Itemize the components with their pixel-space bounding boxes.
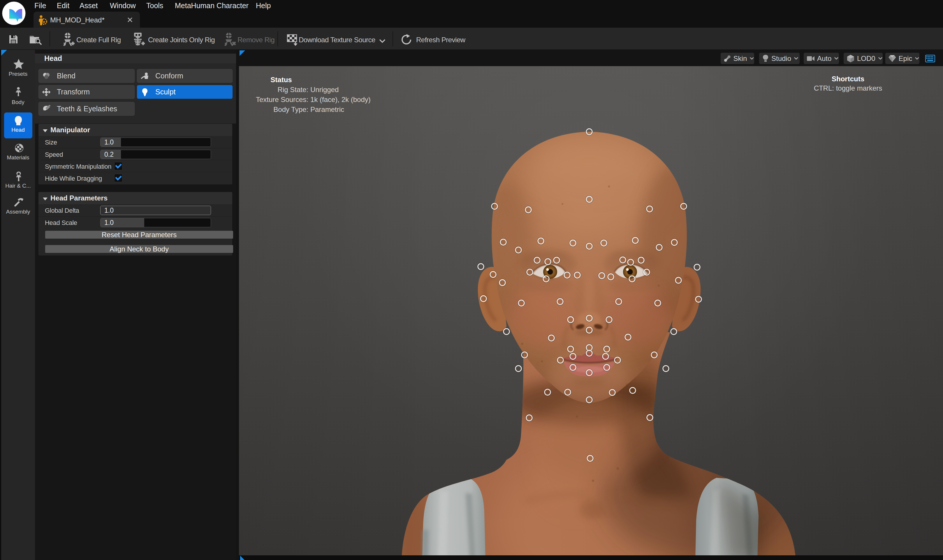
svg-text:e: e — [43, 20, 45, 24]
